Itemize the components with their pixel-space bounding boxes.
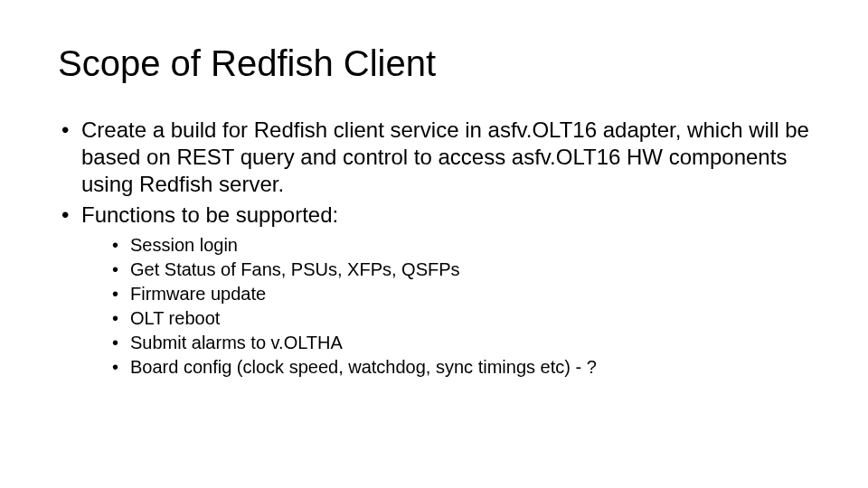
list-item-text: OLT reboot <box>130 308 220 328</box>
list-item-text: Get Status of Fans, PSUs, XFPs, QSFPs <box>130 259 460 279</box>
list-item-text: Functions to be supported: <box>81 202 338 227</box>
list-item: Create a build for Redfish client servic… <box>58 117 810 198</box>
list-item-text: Create a build for Redfish client servic… <box>81 117 809 196</box>
list-item: Get Status of Fans, PSUs, XFPs, QSFPs <box>110 258 810 281</box>
list-item: Firmware update <box>110 283 810 305</box>
list-item: Board config (clock speed, watchdog, syn… <box>110 356 810 379</box>
bullet-list-level2: Session login Get Status of Fans, PSUs, … <box>81 234 810 379</box>
slide: Scope of Redfish Client Create a build f… <box>0 0 868 488</box>
list-item: Session login <box>110 234 810 257</box>
list-item: OLT reboot <box>110 307 810 330</box>
list-item-text: Firmware update <box>130 284 266 304</box>
list-item-text: Session login <box>130 235 238 255</box>
list-item-text: Board config (clock speed, watchdog, syn… <box>130 357 597 377</box>
list-item-text: Submit alarms to v.OLTHA <box>130 333 343 352</box>
list-item: Functions to be supported: Session login… <box>58 202 810 379</box>
list-item: Submit alarms to v.OLTHA <box>110 332 810 354</box>
bullet-list-level1: Create a build for Redfish client servic… <box>58 117 810 379</box>
slide-title: Scope of Redfish Client <box>58 43 810 84</box>
